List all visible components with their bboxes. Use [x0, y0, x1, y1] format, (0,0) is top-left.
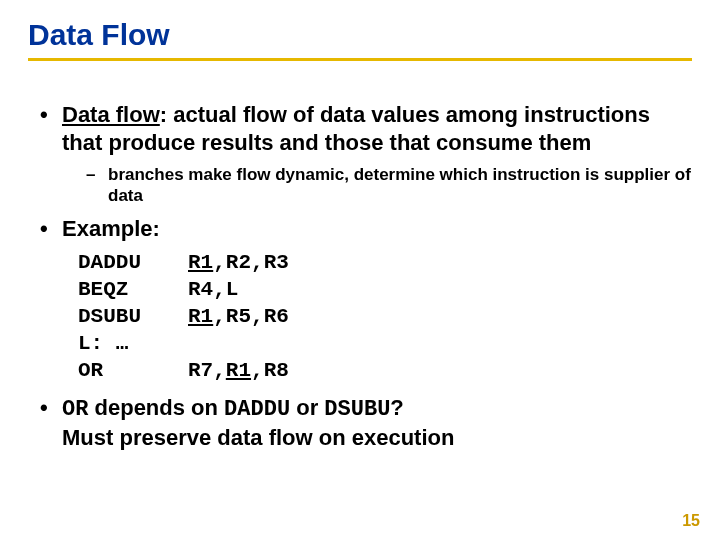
- code-row-1: DADDUR1,R2,R3: [78, 250, 692, 277]
- q-mid: or: [290, 395, 324, 420]
- args-r5a: R7,: [188, 359, 226, 382]
- bullet-example: Example:: [34, 215, 692, 243]
- code-block: DADDUR1,R2,R3 BEQZR4,L DSUBUR1,R5,R6 L: …: [78, 250, 692, 384]
- op-beqz: BEQZ: [78, 277, 188, 304]
- arg-r1-use: R1: [226, 359, 251, 382]
- title-rule: [28, 58, 692, 61]
- arg-r1-def1: R1: [188, 251, 213, 274]
- code-row-5: ORR7,R1,R8: [78, 358, 692, 385]
- code-row-2: BEQZR4,L: [78, 277, 692, 304]
- arg-r1-def2: R1: [188, 305, 213, 328]
- args-r2: R4,L: [188, 278, 238, 301]
- args-r3: ,R5,R6: [213, 305, 289, 328]
- q-line2: Must preserve data flow on execution: [62, 425, 454, 450]
- op-dsubu: DSUBU: [78, 304, 188, 331]
- page-number: 15: [682, 512, 700, 530]
- slide-title: Data Flow: [28, 18, 692, 52]
- q-mark: ?: [390, 395, 403, 420]
- q-daddu: DADDU: [224, 397, 290, 422]
- op-daddu: DADDU: [78, 250, 188, 277]
- term-dataflow: Data flow: [62, 102, 160, 127]
- q-dsubu: DSUBU: [324, 397, 390, 422]
- q-or: OR: [62, 397, 88, 422]
- args-r1: ,R2,R3: [213, 251, 289, 274]
- bullet-question: OR depends on DADDU or DSUBU? Must prese…: [34, 394, 692, 451]
- bullet-dataflow: Data flow: actual flow of data values am…: [34, 101, 692, 207]
- args-r5c: ,R8: [251, 359, 289, 382]
- op-or: OR: [78, 358, 188, 385]
- slide-content: Data flow: actual flow of data values am…: [28, 101, 692, 451]
- subbullet-branches: branches make flow dynamic, determine wh…: [80, 164, 692, 207]
- code-row-3: DSUBUR1,R5,R6: [78, 304, 692, 331]
- code-row-4: L: …: [78, 331, 692, 358]
- q-pre: depends on: [88, 395, 224, 420]
